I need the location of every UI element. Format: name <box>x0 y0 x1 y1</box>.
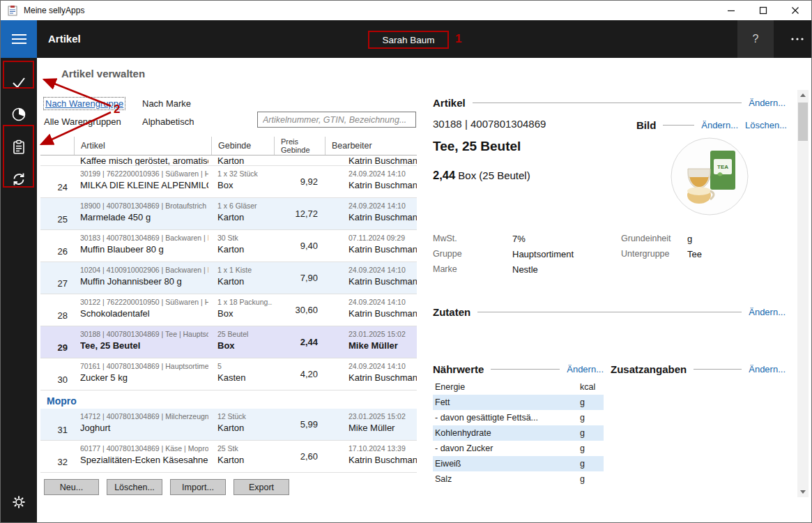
scroll-up-button[interactable] <box>797 90 809 100</box>
section-zutaten: Zutaten Ändern... <box>433 305 786 319</box>
more-button[interactable] <box>781 20 812 58</box>
edit-date: 24.09.2024 14:10 <box>348 298 417 306</box>
section-naehrwerte: Nährwerte Ändern... <box>433 362 604 376</box>
table-row[interactable]: 26 30183 | 4007801304869 | Backwaren | H… <box>40 230 417 262</box>
edit-date: 23.01.2025 15:02 <box>348 412 417 420</box>
edit-date: 17.10.2024 13:39 <box>348 444 417 453</box>
column-bearbeiter[interactable]: Bearbeiter <box>325 137 417 155</box>
filter-alphabetisch[interactable]: Alphabetisch <box>142 116 194 127</box>
table-row[interactable]: 24 30199 | 7622200010936 | Süßwaren | Ha… <box>40 166 417 198</box>
gruppe-value: Hauptsortiment <box>512 249 574 259</box>
article-list-panel: Artikel verwalten Nach Warengruppe Nach … <box>37 58 433 522</box>
table-row[interactable]: 31 14712 | 4007801304869 | Milcherzeugni… <box>40 409 417 441</box>
nutrition-row: Kohlenhydrateg <box>433 425 604 441</box>
gruppe-label: Gruppe <box>433 249 512 259</box>
delete-button[interactable]: Löschen... <box>107 479 162 495</box>
price-value: 2,44 <box>433 169 455 181</box>
row-number: 24 <box>40 166 74 197</box>
editor-name: Katrin Buschmann <box>348 455 417 465</box>
gebinde-info: 12 Stück <box>217 412 273 420</box>
menu-button[interactable] <box>1 20 37 58</box>
section-artikel: Artikel Ändern... <box>433 96 786 109</box>
tab-by-marke[interactable]: Nach Marke <box>142 98 191 109</box>
grundeinheit-label: Grundeinheit <box>621 234 687 243</box>
gebinde-type: Karton <box>217 276 273 287</box>
nutrition-row: - davon Zuckerg <box>433 441 604 456</box>
change-artikel-link[interactable]: Ändern... <box>749 98 786 108</box>
annotation-label-1: 1 <box>455 32 461 46</box>
delete-bild-link[interactable]: Löschen... <box>745 120 787 130</box>
gebinde-info: 1 x 18 Packung... <box>217 298 273 306</box>
nutrition-row: Fettg <box>433 395 604 410</box>
table-row-partial[interactable]: Kaffee misch geröstet, aromatisch,... Ka… <box>40 156 417 166</box>
table-header: Artikel Gebinde Preis Gebinde Bearbeiter <box>40 137 417 156</box>
gebinde-type: Karton <box>217 244 273 255</box>
edit-date: 24.09.2024 14:10 <box>348 362 417 370</box>
mwst-value: 7% <box>512 234 526 244</box>
price: 5,99 <box>274 409 325 440</box>
tab-by-warengruppe[interactable]: Nach Warengruppe <box>44 98 125 109</box>
export-button[interactable]: Export <box>233 479 289 495</box>
change-naehrwerte-link[interactable]: Ändern... <box>567 364 604 374</box>
column-artikel[interactable]: Artikel <box>74 137 211 155</box>
article-number: 30188 | 4007801304869 <box>433 118 546 130</box>
divider <box>491 369 560 370</box>
table-actions: Neu... Löschen... Import... Export <box>44 479 289 495</box>
table-row-selected[interactable]: 29 30188 | 4007801304869 | Tee | Hauptso… <box>40 326 417 358</box>
table-row[interactable]: 32 60177 | 4007801304869 | Käse | MoproS… <box>40 441 417 473</box>
article-name: Joghurt <box>80 423 208 433</box>
gebinde-type: Karton <box>217 156 273 165</box>
sidebar-button-check[interactable] <box>1 68 37 97</box>
editor-name: Katrin Buschmann <box>348 244 417 255</box>
sidebar-button-clipboard[interactable] <box>1 132 37 162</box>
price: 9,92 <box>274 166 325 197</box>
gebinde-type: Kasten <box>217 372 273 383</box>
new-button[interactable]: Neu... <box>44 479 99 495</box>
sidebar-button-chart[interactable] <box>1 100 37 129</box>
grundeinheit-value: g <box>687 234 692 244</box>
maximize-button[interactable] <box>747 1 779 20</box>
vertical-scrollbar[interactable] <box>797 90 809 497</box>
price: 9,40 <box>274 230 325 262</box>
sidebar-button-sync[interactable] <box>1 165 37 194</box>
table-row[interactable]: 27 10204 | 4100910002906 | Backwaren | H… <box>40 262 417 294</box>
article-price: 2,44 Box (25 Beutel) <box>433 169 530 182</box>
edit-date: 24.09.2024 14:10 <box>348 266 417 274</box>
filter-all-warengruppen[interactable]: Alle Warengruppen <box>44 116 121 127</box>
table-row[interactable]: 25 18900 | 4007801304869 | Brotaufstrich… <box>40 198 417 230</box>
app-header: Artikel Sarah Baum 1 ? <box>1 20 811 58</box>
scroll-down-button[interactable] <box>797 487 809 497</box>
nutrition-table: Energiekcal Fettg - davon gesättigte Fet… <box>433 379 604 487</box>
sidebar-button-settings[interactable] <box>1 487 37 517</box>
search-input[interactable] <box>257 112 416 128</box>
price-unit: Box (25 Beutel) <box>458 169 530 181</box>
table-row[interactable]: 30 70161 | 4007801304869 | Hauptsortimen… <box>40 358 417 391</box>
edit-date: 23.01.2025 15:02 <box>348 330 417 338</box>
user-name[interactable]: Sarah Baum <box>382 35 434 45</box>
change-zusatzangaben-link[interactable]: Ändern... <box>749 364 786 374</box>
row-number: 27 <box>40 262 74 294</box>
article-name: MILKA DIE KLEINE ALPENMILCH4... <box>80 180 208 190</box>
column-preis-gebinde[interactable]: Preis Gebinde <box>274 137 325 155</box>
article-name: Muffin Blaubeer 80 g <box>80 244 208 255</box>
price: 12,72 <box>274 198 325 229</box>
close-button[interactable] <box>779 1 811 20</box>
divider <box>663 125 694 126</box>
scrollbar-thumb[interactable] <box>798 103 808 141</box>
change-bild-link[interactable]: Ändern... <box>701 120 738 130</box>
article-id: 30199 | 7622200010936 | Süßwaren | Haup.… <box>80 169 208 178</box>
gebinde-type: Box <box>217 180 273 190</box>
gebinde-type: Karton <box>217 423 273 433</box>
gebinde-info: 1 x 32 Stück <box>217 169 273 178</box>
article-name: Schokoladentafel <box>80 308 208 319</box>
change-zutaten-link[interactable]: Ändern... <box>749 307 786 317</box>
import-button[interactable]: Import... <box>170 479 226 495</box>
minimize-button[interactable] <box>715 1 747 20</box>
annotation-box-user: Sarah Baum <box>368 31 449 49</box>
column-gebinde[interactable]: Gebinde <box>211 137 274 155</box>
help-button[interactable]: ? <box>737 20 774 58</box>
table-row[interactable]: 28 30122 | 7622200010950 | Süßwaren | Ha… <box>40 294 417 326</box>
article-id: 60177 | 4007801304869 | Käse | Mopro <box>80 444 208 453</box>
page-title: Artikel <box>48 20 81 58</box>
row-number: 25 <box>40 198 74 229</box>
